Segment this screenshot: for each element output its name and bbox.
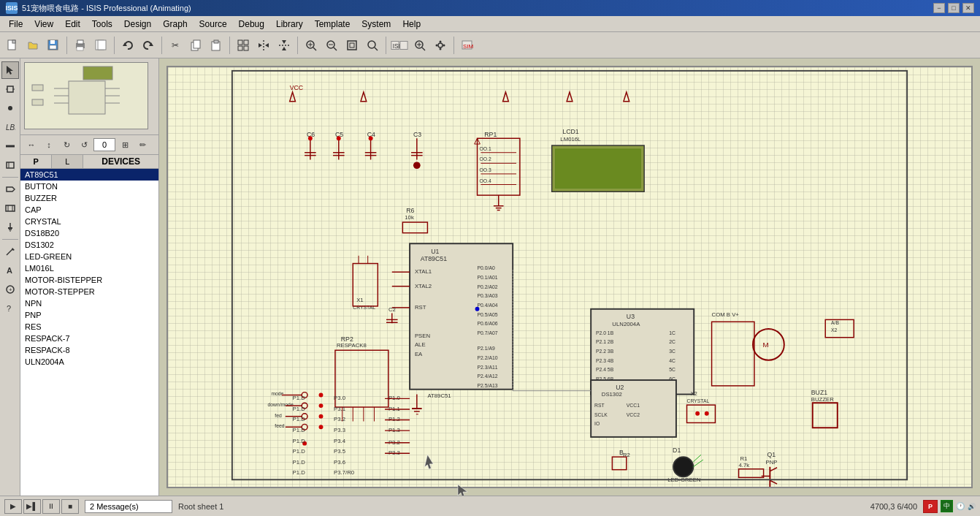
- tab-layers[interactable]: L: [52, 155, 83, 168]
- sc-flip-h[interactable]: ↔: [23, 137, 39, 153]
- device-button[interactable]: BUTTON: [20, 181, 158, 192]
- tb-tag1[interactable]: ISIS: [390, 36, 409, 55]
- device-buzzer[interactable]: BUZZER: [20, 192, 158, 204]
- tool-power[interactable]: [1, 219, 19, 236]
- close-button[interactable]: ✕: [962, 3, 974, 13]
- sc-rotate-cw[interactable]: ↻: [58, 137, 74, 153]
- tool-junction[interactable]: [1, 99, 19, 117]
- menu-graph[interactable]: Graph: [157, 18, 193, 31]
- device-motor-bi[interactable]: MOTOR-BISTEPPER: [20, 274, 158, 286]
- menu-system[interactable]: System: [356, 18, 397, 31]
- tool-select[interactable]: [1, 61, 19, 79]
- menu-debug[interactable]: Debug: [233, 18, 270, 31]
- sc-mirror[interactable]: ⊞: [117, 137, 133, 153]
- svg-rect-33: [348, 41, 356, 50]
- tb-zoom-in[interactable]: [302, 36, 321, 55]
- canvas-area[interactable]: VCC C6 C5 C4: [159, 58, 980, 496]
- tb-mirror-h[interactable]: [254, 36, 273, 55]
- tool-component[interactable]: [1, 80, 19, 98]
- schematic-canvas[interactable]: VCC C6 C5 C4: [166, 66, 973, 488]
- device-cap[interactable]: CAP: [20, 204, 158, 216]
- tool-wire-label[interactable]: LBL: [1, 118, 19, 136]
- tb-paste[interactable]: [207, 36, 226, 55]
- tool-terminal[interactable]: [1, 181, 19, 198]
- device-respack7[interactable]: RESPACK-7: [20, 333, 158, 344]
- menu-edit[interactable]: Edit: [59, 18, 86, 31]
- menu-file[interactable]: File: [3, 18, 28, 31]
- device-res[interactable]: RES: [20, 321, 158, 333]
- tb-cut[interactable]: ✂: [166, 36, 185, 55]
- device-ds18b20[interactable]: DS18B20: [20, 227, 158, 239]
- svg-text:P2.5/A13: P2.5/A13: [478, 383, 498, 388]
- svg-text:P2.2 3B: P2.2 3B: [596, 349, 614, 354]
- tb-zoom-fit[interactable]: [342, 36, 361, 55]
- maximize-button[interactable]: □: [948, 3, 960, 13]
- svg-text:P1.D: P1.D: [293, 459, 306, 466]
- tool-marker[interactable]: ?: [1, 300, 19, 317]
- tool-bus[interactable]: [1, 137, 19, 155]
- main-layout: LBL A + ?: [0, 58, 980, 496]
- tb-new[interactable]: [3, 36, 22, 55]
- tb-undo[interactable]: [118, 36, 137, 55]
- tb-save[interactable]: [44, 36, 63, 55]
- device-ds1302[interactable]: DS1302: [20, 239, 158, 251]
- playback-controls: ▶ ▶▌ ⏸ ■: [4, 499, 79, 514]
- svg-marker-51: [7, 66, 13, 75]
- device-pnp[interactable]: PNP: [20, 309, 158, 321]
- device-list[interactable]: AT89C51 BUTTON BUZZER CAP CRYSTAL DS18B2…: [20, 169, 158, 496]
- device-at89c51[interactable]: AT89C51: [20, 169, 158, 181]
- tool-draw[interactable]: [1, 243, 19, 260]
- play-button[interactable]: ▶: [4, 499, 22, 514]
- tool-text[interactable]: A: [1, 262, 19, 279]
- device-led-green[interactable]: LED-GREEN: [20, 251, 158, 262]
- tb-open[interactable]: [23, 36, 42, 55]
- pause-button[interactable]: ⏸: [42, 499, 60, 514]
- svg-point-47: [436, 44, 438, 46]
- tb-sim1[interactable]: SIM: [458, 36, 477, 55]
- tb-zoom-area[interactable]: [363, 36, 382, 55]
- menu-view[interactable]: View: [28, 18, 59, 31]
- tb-mirror-v[interactable]: [275, 36, 294, 55]
- svg-marker-90: [624, 92, 629, 102]
- tb-settings[interactable]: [431, 36, 450, 55]
- svg-text:U2: U2: [616, 384, 624, 391]
- svg-text:XTAL1: XTAL1: [415, 268, 432, 275]
- step-button[interactable]: ▶▌: [23, 499, 41, 514]
- angle-input[interactable]: 0: [93, 138, 115, 151]
- tb-print2[interactable]: [91, 36, 110, 55]
- tb-find[interactable]: [410, 36, 429, 55]
- tool-symbol[interactable]: +: [1, 281, 19, 298]
- menu-design[interactable]: Design: [118, 18, 157, 31]
- svg-line-254: [770, 468, 777, 471]
- device-motor-st[interactable]: MOTOR-STEPPER: [20, 286, 158, 297]
- menu-library[interactable]: Library: [270, 18, 309, 31]
- tb-print[interactable]: [71, 36, 90, 55]
- svg-rect-257: [825, 319, 854, 337]
- svg-text:P0.7/A07: P0.7/A07: [478, 330, 498, 335]
- svg-text:BUZ1: BUZ1: [811, 389, 828, 396]
- sc-edit[interactable]: ✏: [134, 137, 150, 153]
- sc-rotate-ccw[interactable]: ↺: [76, 137, 92, 153]
- svg-text:OO.1: OO.1: [479, 146, 491, 151]
- stop-button[interactable]: ■: [61, 499, 79, 514]
- tool-sub-circuit[interactable]: [1, 156, 19, 174]
- tb-copy[interactable]: [186, 36, 205, 55]
- svg-text:P2.1 2B: P2.1 2B: [596, 339, 614, 344]
- tb-zoom-out[interactable]: [322, 36, 341, 55]
- tb-block[interactable]: [234, 36, 253, 55]
- sc-flip-v[interactable]: ↕: [41, 137, 57, 153]
- menu-source[interactable]: Source: [194, 18, 233, 31]
- device-respack8[interactable]: RESPACK-8: [20, 344, 158, 356]
- device-npn[interactable]: NPN: [20, 297, 158, 309]
- menu-template[interactable]: Template: [309, 18, 356, 31]
- device-uln2004a[interactable]: ULN2004A: [20, 356, 158, 368]
- tool-port[interactable]: [1, 200, 19, 217]
- tab-parts[interactable]: P: [20, 155, 52, 168]
- device-crystal[interactable]: CRYSTAL: [20, 216, 158, 227]
- menu-help[interactable]: Help: [397, 18, 426, 31]
- tb-redo[interactable]: [139, 36, 158, 55]
- svg-text:P0.1/A01: P0.1/A01: [478, 275, 498, 280]
- menu-tools[interactable]: Tools: [86, 18, 118, 31]
- minimize-button[interactable]: −: [933, 3, 945, 13]
- device-lm016l[interactable]: LM016L: [20, 262, 158, 274]
